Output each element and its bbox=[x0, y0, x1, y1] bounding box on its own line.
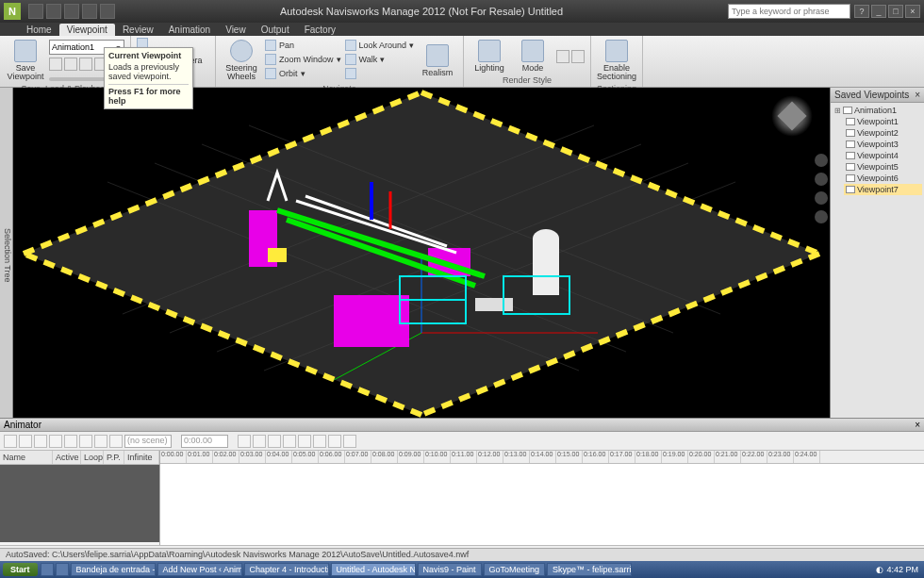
tab-view[interactable]: View bbox=[218, 24, 254, 36]
camera-icon bbox=[14, 40, 37, 62]
anim-first-icon[interactable] bbox=[238, 435, 251, 448]
start-button[interactable]: Start bbox=[3, 563, 38, 576]
enable-sectioning-button[interactable]: Enable Sectioning bbox=[597, 38, 636, 83]
anim-prev-icon[interactable] bbox=[253, 435, 266, 448]
nav-zoom-icon[interactable] bbox=[815, 191, 828, 205]
taskbar-item[interactable]: Untitled - Autodesk N... bbox=[331, 563, 416, 576]
save-viewpoint-button[interactable]: Save Viewpoint bbox=[6, 38, 45, 83]
mode-button[interactable]: Mode bbox=[513, 38, 553, 74]
ql-2[interactable] bbox=[56, 563, 69, 576]
anim-rev-icon[interactable] bbox=[268, 435, 281, 448]
anim-tb-8[interactable] bbox=[109, 435, 123, 448]
tab-home[interactable]: Home bbox=[19, 24, 59, 36]
realism-button[interactable]: Realism bbox=[418, 42, 457, 79]
ribbon-group-render: Lighting Mode Render Style bbox=[464, 36, 591, 87]
timeline-body[interactable] bbox=[160, 464, 924, 530]
zoom-icon bbox=[265, 54, 276, 65]
lighting-button[interactable]: Lighting bbox=[470, 38, 509, 74]
tray-icon[interactable]: ◐ bbox=[876, 565, 883, 574]
col-loop: Loop bbox=[81, 451, 104, 464]
viewpoint-item[interactable]: Viewpoint6 bbox=[844, 173, 922, 184]
minimize-button[interactable]: _ bbox=[871, 5, 886, 18]
anim-last-icon[interactable] bbox=[328, 435, 341, 448]
panel-header[interactable]: Saved Viewpoints × bbox=[831, 88, 924, 103]
anim-tb-5[interactable] bbox=[64, 435, 77, 448]
anim-play-icon[interactable] bbox=[298, 435, 311, 448]
tab-animation[interactable]: Animation bbox=[161, 24, 218, 36]
walk-button[interactable]: Walk ▾ bbox=[345, 54, 415, 65]
tab-review[interactable]: Review bbox=[115, 24, 161, 36]
nav-pan-icon[interactable] bbox=[815, 173, 828, 186]
steering-wheels-button[interactable]: Steering Wheels bbox=[222, 38, 261, 83]
tab-viewpoint[interactable]: Viewpoint bbox=[59, 24, 115, 36]
tab-factory[interactable]: Factory bbox=[297, 24, 343, 36]
viewpoint-item[interactable]: Viewpoint2 bbox=[844, 127, 922, 139]
close-button[interactable]: × bbox=[905, 5, 920, 18]
zoom-window-button[interactable]: Zoom Window ▾ bbox=[265, 54, 341, 65]
maximize-button[interactable]: □ bbox=[888, 5, 903, 18]
taskbar-item[interactable]: Bandeja de entrada - Mic... bbox=[71, 563, 156, 576]
anim-tb-4[interactable] bbox=[49, 435, 62, 448]
system-tray[interactable]: ◐ 4:42 PM bbox=[870, 565, 924, 574]
viewpoint-icon bbox=[846, 140, 855, 148]
pan-button[interactable]: Pan bbox=[265, 40, 341, 51]
statusbar: AutoSaved: C:\Users\felipe.sarria\AppDat… bbox=[0, 548, 924, 561]
anim-loop-icon[interactable] bbox=[343, 435, 356, 448]
animator-header[interactable]: Animator × bbox=[0, 419, 924, 432]
viewpoint-icon bbox=[846, 186, 855, 193]
taskbar-item[interactable]: Navis9 - Paint bbox=[418, 563, 482, 576]
col-name: Name bbox=[0, 451, 53, 464]
anim-next-icon[interactable] bbox=[313, 435, 326, 448]
nav-orbit-icon[interactable] bbox=[815, 154, 828, 167]
anim-tb-7[interactable] bbox=[94, 435, 107, 448]
anim-stop-icon[interactable] bbox=[283, 435, 296, 448]
qat-new-icon[interactable] bbox=[28, 4, 43, 19]
help-icon[interactable]: ? bbox=[854, 5, 869, 18]
animator-timeline[interactable]: 0:00.000:01.000:02.000:03.000:04.000:05.… bbox=[160, 451, 924, 545]
col-active: Active bbox=[53, 451, 81, 464]
viewpoint-item[interactable]: Viewpoint4 bbox=[844, 150, 922, 161]
anim-tb-1[interactable] bbox=[4, 435, 17, 448]
select-button[interactable] bbox=[345, 68, 415, 79]
search-input[interactable] bbox=[728, 4, 850, 19]
qat-open-icon[interactable] bbox=[46, 4, 61, 19]
taskbar-item[interactable]: Chapter 4 - Introduction ... bbox=[244, 563, 329, 576]
qat-undo-icon[interactable] bbox=[82, 4, 97, 19]
viewpoint-item[interactable]: Viewpoint7 bbox=[844, 184, 922, 195]
scene-field[interactable]: (no scene) bbox=[124, 435, 172, 448]
taskbar-item[interactable]: GoToMeeting bbox=[484, 563, 546, 576]
svg-rect-20 bbox=[533, 239, 559, 295]
selection-tree-tab[interactable]: Selection Tree bbox=[0, 88, 13, 418]
render-opt1[interactable] bbox=[556, 50, 569, 63]
taskbar-item[interactable]: Skype™ - felipe.sarria bbox=[547, 563, 632, 576]
tab-output[interactable]: Output bbox=[254, 24, 297, 36]
anim-tb-3[interactable] bbox=[34, 435, 47, 448]
anim-tb-6[interactable] bbox=[79, 435, 92, 448]
viewpoint-item[interactable]: Viewpoint5 bbox=[844, 161, 922, 173]
orbit-button[interactable]: Orbit ▾ bbox=[265, 68, 341, 79]
viewpoint-item[interactable]: Viewpoint1 bbox=[844, 116, 922, 127]
animator-tree-body[interactable] bbox=[0, 465, 159, 542]
look-around-button[interactable]: Look Around ▾ bbox=[345, 40, 415, 51]
viewpoint-item[interactable]: Viewpoint3 bbox=[844, 139, 922, 150]
qat-redo-icon[interactable] bbox=[100, 4, 115, 19]
play-icon[interactable] bbox=[79, 58, 92, 71]
viewpoint-icon bbox=[846, 129, 855, 137]
saved-viewpoints-panel: Saved Viewpoints × Animation1 Viewpoint1… bbox=[830, 88, 924, 418]
stop-icon[interactable] bbox=[64, 58, 77, 71]
anim-tb-2[interactable] bbox=[19, 435, 32, 448]
viewcube[interactable] bbox=[771, 95, 813, 137]
play-back-icon[interactable] bbox=[49, 58, 62, 71]
render-opt2[interactable] bbox=[571, 50, 585, 63]
time-field[interactable]: 0:00.00 bbox=[181, 435, 228, 448]
viewport-3d[interactable] bbox=[13, 88, 830, 418]
taskbar-item[interactable]: Add New Post ‹ Animat... bbox=[157, 563, 242, 576]
animator-close-icon[interactable]: × bbox=[915, 420, 920, 430]
panel-close-icon[interactable]: × bbox=[915, 90, 920, 100]
window-buttons: ? _ □ × bbox=[854, 5, 920, 18]
app-icon[interactable]: N bbox=[4, 3, 21, 20]
tree-root[interactable]: Animation1 bbox=[833, 105, 922, 116]
ql-1[interactable] bbox=[41, 563, 54, 576]
nav-walk-icon[interactable] bbox=[815, 210, 828, 223]
qat-save-icon[interactable] bbox=[64, 4, 79, 19]
